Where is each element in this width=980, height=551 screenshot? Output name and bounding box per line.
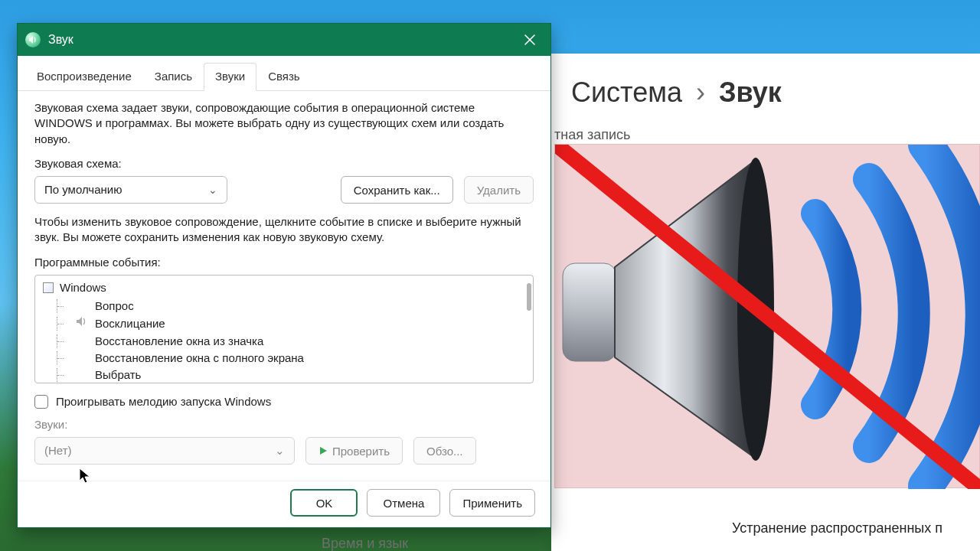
chevron-down-icon: ⌄ [275, 443, 285, 458]
tree-item-label: Восстановление окна из значка [95, 334, 263, 349]
tree-guide [57, 299, 67, 313]
tab-playback[interactable]: Воспроизведение [25, 63, 143, 91]
tree-item-label: Восклицание [95, 316, 165, 331]
events-description: Чтобы изменить звуковое сопровождение, щ… [34, 214, 534, 246]
tree-guide [57, 368, 67, 382]
tree-item[interactable]: Выбрать [57, 367, 530, 383]
program-events-list[interactable]: Windows ВопросВосклицаниеВосстановление … [34, 275, 534, 383]
window-title: Звук [48, 33, 74, 47]
account-label-fragment: тная запись [551, 127, 630, 143]
svg-rect-0 [563, 263, 616, 361]
breadcrumb-root[interactable]: Система [571, 77, 682, 109]
sound-dialog: Звук Воспроизведение Запись Звуки Связь … [17, 23, 551, 528]
tree-root-windows[interactable]: Windows [43, 280, 530, 295]
tree-item-label: Выбрать [95, 367, 141, 383]
apply-button[interactable]: Применить [449, 489, 535, 517]
troubleshoot-link[interactable]: Устранение распространенных п [732, 520, 942, 536]
tree-guide [57, 351, 67, 365]
breadcrumb: Система › Звук [571, 77, 972, 109]
sound-file-value: (Нет) [44, 443, 72, 458]
tab-recording[interactable]: Запись [143, 63, 204, 91]
speaker-icon [75, 315, 87, 331]
cancel-button[interactable]: Отмена [367, 489, 440, 517]
tree-item[interactable]: Восклицание [57, 315, 530, 331]
startup-sound-label: Проигрывать мелодию запуска Windows [56, 394, 271, 409]
tab-sounds[interactable]: Звуки [204, 63, 256, 91]
muted-speaker-illustration [554, 144, 980, 488]
close-button[interactable] [514, 24, 546, 56]
tree-item-label: Восстановление окна с полного экрана [95, 350, 304, 366]
scheme-label: Звуковая схема: [34, 156, 534, 171]
nav-item-time-language[interactable]: Время и язык [322, 536, 408, 551]
close-icon [524, 34, 536, 46]
speaker-icon [25, 32, 41, 47]
play-icon [318, 446, 328, 455]
dialog-footer: OK Отмена Применить [18, 481, 550, 527]
breadcrumb-leaf: Звук [719, 77, 782, 109]
scheme-value: По умолчанию [44, 182, 122, 197]
scheme-select[interactable]: По умолчанию ⌄ [34, 176, 227, 204]
checkbox-icon [34, 395, 48, 409]
delete-button: Удалить [464, 176, 534, 204]
test-button: Проверить [305, 437, 403, 465]
ok-button[interactable]: OK [290, 489, 358, 517]
save-as-button[interactable]: Сохранить как... [341, 176, 453, 204]
tree-item[interactable]: Восстановление окна с полного экрана [57, 350, 530, 366]
tree-guide [57, 317, 67, 331]
tree-item-label: Вопрос [95, 298, 134, 314]
windows-icon [43, 282, 54, 293]
events-label: Программные события: [34, 255, 534, 270]
tab-body-sounds: Звуковая схема задает звуки, сопровождаю… [18, 91, 550, 481]
sound-file-select: (Нет) ⌄ [34, 437, 295, 465]
chevron-down-icon: ⌄ [208, 183, 217, 197]
startup-sound-checkbox[interactable]: Проигрывать мелодию запуска Windows [34, 394, 534, 409]
scheme-description: Звуковая схема задает звуки, сопровождаю… [34, 100, 534, 147]
tree-item[interactable]: Вопрос [57, 298, 530, 314]
list-scrollbar[interactable] [527, 283, 531, 311]
tab-communications[interactable]: Связь [256, 63, 311, 91]
tree-item[interactable]: Восстановление окна из значка [57, 334, 530, 349]
titlebar[interactable]: Звук [18, 24, 550, 56]
tree-guide [57, 334, 67, 348]
breadcrumb-separator: › [696, 77, 705, 109]
tabstrip: Воспроизведение Запись Звуки Связь [18, 56, 550, 91]
browse-button: Обзо... [413, 437, 475, 465]
sounds-label: Звуки: [34, 417, 534, 432]
